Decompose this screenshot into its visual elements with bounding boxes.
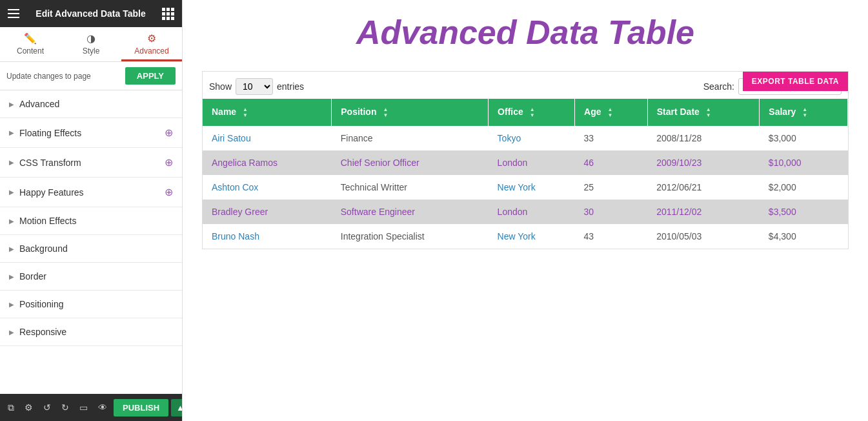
tab-bar: ✏️ Content ◑ Style ⚙ Advanced bbox=[0, 27, 182, 62]
menu-label-floating-effects: Floating Effects bbox=[19, 128, 81, 138]
menu-item-advanced[interactable]: ▶ Advanced bbox=[0, 90, 182, 118]
table-body: Airi SatouFinanceTokyo332008/11/28$3,000… bbox=[203, 126, 848, 249]
menu-label-css-transform: CSS Transform bbox=[19, 158, 81, 168]
table-cell: 2009/10/23 bbox=[647, 150, 760, 175]
table-cell: 2010/05/03 bbox=[647, 224, 760, 249]
table-cell: 2012/06/21 bbox=[647, 175, 760, 200]
eye-button[interactable]: 👁 bbox=[94, 400, 111, 415]
menu-item-positioning[interactable]: ▶ Positioning bbox=[0, 291, 182, 318]
publish-dropdown-button[interactable]: ▲ bbox=[171, 399, 183, 416]
table-row: Bruno NashIntegration SpecialistNew York… bbox=[203, 224, 848, 249]
happy-features-icon: ⊕ bbox=[165, 186, 173, 198]
arrow-icon: ▶ bbox=[9, 129, 14, 136]
tab-style-label: Style bbox=[83, 46, 100, 56]
table-cell: 2011/12/02 bbox=[647, 200, 760, 224]
table-cell: 43 bbox=[575, 224, 648, 249]
table-cell: Bruno Nash bbox=[203, 224, 332, 249]
apply-row: Update changes to page APPLY bbox=[0, 62, 182, 90]
tab-content-label: Content bbox=[17, 46, 44, 56]
table-cell: Integration Specialist bbox=[332, 224, 489, 249]
layers-button[interactable]: ⧉ bbox=[4, 400, 18, 416]
header-position[interactable]: Position ▲▼ bbox=[332, 99, 489, 126]
menu-item-responsive[interactable]: ▶ Responsive bbox=[0, 318, 182, 346]
apply-button[interactable]: APPLY bbox=[125, 67, 176, 85]
table-cell: $10,000 bbox=[760, 150, 848, 175]
arrow-icon: ▶ bbox=[9, 329, 14, 336]
table-cell: London bbox=[489, 200, 575, 224]
header-salary[interactable]: Salary ▲▼ bbox=[760, 99, 848, 126]
sort-date-icon: ▲▼ bbox=[706, 107, 711, 118]
header-office[interactable]: Office ▲▼ bbox=[489, 99, 575, 126]
table-cell: Airi Satou bbox=[203, 126, 332, 150]
table-cell: 46 bbox=[575, 150, 648, 175]
main-content: Advanced Data Table EXPORT TABLE DATA Sh… bbox=[183, 0, 868, 421]
undo-button[interactable]: ↺ bbox=[39, 400, 55, 415]
tab-style[interactable]: ◑ Style bbox=[61, 27, 121, 61]
menu-item-border[interactable]: ▶ Border bbox=[0, 263, 182, 291]
tab-advanced-label: Advanced bbox=[134, 46, 168, 56]
tab-advanced[interactable]: ⚙ Advanced bbox=[121, 27, 182, 61]
menu-item-motion-effects[interactable]: ▶ Motion Effects bbox=[0, 207, 182, 235]
content-icon: ✏️ bbox=[24, 32, 37, 45]
floating-effects-icon: ⊕ bbox=[165, 127, 173, 139]
grid-icon[interactable] bbox=[162, 8, 174, 20]
sort-position-icon: ▲▼ bbox=[383, 107, 388, 118]
sort-office-icon: ▲▼ bbox=[530, 107, 535, 118]
advanced-icon: ⚙ bbox=[147, 32, 156, 45]
table-cell: Finance bbox=[332, 126, 489, 150]
sidebar-title: Edit Advanced Data Table bbox=[35, 8, 145, 19]
menu-label-responsive: Responsive bbox=[19, 327, 66, 337]
menu-label-background: Background bbox=[19, 243, 68, 254]
table-wrapper: EXPORT TABLE DATA Show 10 25 50 100 entr… bbox=[202, 71, 849, 249]
table-cell: Tokyo bbox=[489, 126, 575, 150]
arrow-icon: ▶ bbox=[9, 218, 14, 225]
table-cell: Bradley Greer bbox=[203, 200, 332, 224]
header-start-date[interactable]: Start Date ▲▼ bbox=[647, 99, 760, 126]
table-cell: New York bbox=[489, 175, 575, 200]
sidebar-header: Edit Advanced Data Table bbox=[0, 0, 182, 27]
entries-label: entries bbox=[277, 81, 304, 92]
menu-item-background[interactable]: ▶ Background bbox=[0, 235, 182, 263]
sort-age-icon: ▲▼ bbox=[607, 107, 612, 118]
table-cell: London bbox=[489, 150, 575, 175]
table-cell: 30 bbox=[575, 200, 648, 224]
menu-label-motion-effects: Motion Effects bbox=[19, 216, 76, 226]
bottom-toolbar: ⧉ ⚙ ↺ ↻ ▭ 👁 PUBLISH ▲ bbox=[0, 394, 182, 421]
header-name[interactable]: Name ▲▼ bbox=[203, 99, 332, 126]
entries-select[interactable]: 10 25 50 100 bbox=[236, 78, 273, 95]
menu-item-floating-effects[interactable]: ▶ Floating Effects ⊕ bbox=[0, 118, 182, 148]
table-row: Bradley GreerSoftware EngineerLondon3020… bbox=[203, 200, 848, 224]
publish-button[interactable]: PUBLISH bbox=[114, 399, 168, 416]
table-cell: Chief Senior Officer bbox=[332, 150, 489, 175]
preview-button[interactable]: ▭ bbox=[76, 400, 92, 415]
apply-label: Update changes to page bbox=[6, 72, 91, 81]
menu-item-happy-features[interactable]: ▶ Happy Features ⊕ bbox=[0, 178, 182, 207]
sort-salary-icon: ▲▼ bbox=[802, 107, 807, 118]
menu-label-border: Border bbox=[19, 271, 46, 282]
menu-label-happy-features: Happy Features bbox=[19, 187, 84, 198]
arrow-icon: ▶ bbox=[9, 301, 14, 308]
data-table: Name ▲▼ Position ▲▼ Office ▲▼ Age ▲▼ bbox=[203, 99, 848, 249]
redo-button[interactable]: ↻ bbox=[57, 400, 73, 415]
table-cell: $3,000 bbox=[760, 126, 848, 150]
arrow-icon: ▶ bbox=[9, 245, 14, 252]
settings-button[interactable]: ⚙ bbox=[21, 400, 37, 415]
table-row: Airi SatouFinanceTokyo332008/11/28$3,000 bbox=[203, 126, 848, 150]
table-cell: $2,000 bbox=[760, 175, 848, 200]
tab-content[interactable]: ✏️ Content bbox=[0, 27, 61, 61]
table-cell: Ashton Cox bbox=[203, 175, 332, 200]
css-transform-icon: ⊕ bbox=[165, 156, 173, 169]
header-age[interactable]: Age ▲▼ bbox=[575, 99, 648, 126]
table-cell: Technical Writter bbox=[332, 175, 489, 200]
table-cell: 2008/11/28 bbox=[647, 126, 760, 150]
table-cell: Angelica Ramos bbox=[203, 150, 332, 175]
table-row: Angelica RamosChief Senior OfficerLondon… bbox=[203, 150, 848, 175]
header-row: Name ▲▼ Position ▲▼ Office ▲▼ Age ▲▼ bbox=[203, 99, 848, 126]
menu-item-css-transform[interactable]: ▶ CSS Transform ⊕ bbox=[0, 148, 182, 178]
style-icon: ◑ bbox=[86, 32, 96, 45]
export-button[interactable]: EXPORT TABLE DATA bbox=[743, 72, 848, 91]
hamburger-menu[interactable] bbox=[8, 9, 19, 18]
table-cell: 33 bbox=[575, 126, 648, 150]
arrow-icon: ▶ bbox=[9, 273, 14, 280]
menu-label-positioning: Positioning bbox=[19, 299, 64, 309]
